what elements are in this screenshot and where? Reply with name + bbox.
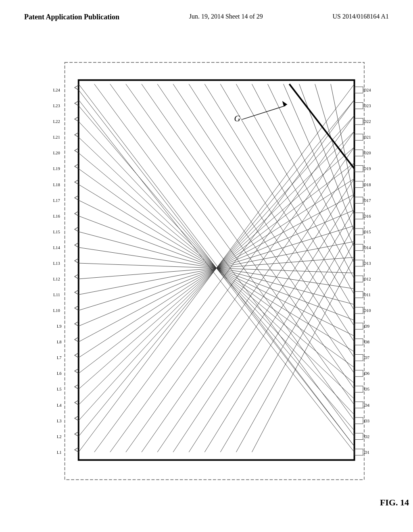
publication-title: Patent Application Publication [24, 12, 119, 22]
svg-line-27 [79, 100, 355, 452]
left-label-l22: L22 [53, 119, 60, 124]
svg-rect-66 [355, 323, 363, 329]
right-label-d5: D5 [364, 387, 369, 391]
svg-line-47 [142, 147, 355, 452]
right-label-d12: D12 [363, 276, 371, 281]
right-label-d16: D16 [363, 214, 371, 218]
right-label-d10: D10 [363, 308, 371, 313]
publication-number: US 2014/0168164 A1 [332, 12, 389, 21]
svg-rect-71 [355, 244, 363, 251]
svg-rect-74 [355, 197, 363, 204]
left-label-l6: L6 [57, 371, 62, 376]
svg-rect-78 [355, 134, 363, 141]
right-label-d17: D17 [363, 198, 371, 203]
right-label-d4: D4 [364, 403, 370, 407]
svg-rect-69 [355, 276, 363, 282]
svg-rect-72 [355, 229, 363, 235]
svg-rect-65 [355, 339, 363, 345]
right-label-d1: D1 [364, 450, 369, 455]
left-label-l21: L21 [53, 135, 60, 139]
left-label-l11: L11 [53, 292, 60, 297]
right-label-d8: D8 [364, 339, 369, 344]
left-label-l2: L2 [57, 434, 62, 439]
svg-line-39 [268, 84, 355, 263]
right-label-d2: D2 [364, 434, 369, 439]
svg-rect-81 [355, 87, 363, 93]
svg-line-44 [94, 100, 355, 452]
left-label-l5: L5 [57, 387, 62, 391]
left-label-l14: L14 [53, 245, 60, 250]
right-label-d22: D22 [363, 119, 371, 124]
svg-rect-79 [355, 118, 363, 125]
svg-rect-62 [355, 386, 363, 393]
left-label-l16: L16 [53, 214, 60, 218]
svg-rect-76 [355, 166, 363, 172]
right-label-d7: D7 [364, 355, 370, 360]
svg-line-53 [236, 241, 354, 452]
svg-line-30 [126, 84, 355, 405]
right-label-d6: D6 [364, 371, 370, 376]
svg-rect-68 [355, 291, 363, 298]
svg-line-40 [284, 84, 355, 247]
left-label-l9: L9 [57, 324, 62, 328]
page-header: Patent Application Publication Jun. 19, … [0, 0, 413, 22]
right-label-d20: D20 [363, 150, 371, 155]
right-label-d19: D19 [363, 166, 371, 171]
right-label-d15: D15 [363, 229, 371, 234]
svg-rect-1 [79, 80, 355, 460]
left-label-l20: L20 [53, 150, 60, 155]
left-label-l1: L1 [57, 450, 62, 455]
svg-rect-67 [355, 307, 363, 314]
svg-rect-61 [355, 402, 363, 408]
left-label-l19: L19 [53, 166, 60, 171]
right-label-d24: D24 [363, 87, 371, 92]
svg-rect-60 [355, 418, 363, 424]
svg-rect-64 [355, 355, 363, 361]
svg-line-38 [252, 84, 355, 279]
left-label-l23: L23 [53, 103, 60, 108]
svg-line-52 [220, 226, 354, 452]
left-label-l15: L15 [53, 229, 60, 234]
svg-rect-80 [355, 102, 363, 109]
figure-label: FIG. 14 [380, 497, 409, 508]
svg-line-32 [157, 84, 354, 373]
right-label-d11: D11 [363, 292, 371, 297]
right-label-d18: D18 [363, 182, 371, 187]
right-label-d13: D13 [363, 261, 371, 266]
figure-diagram: G L1 L2 L3 L4 L5 L6 L7 [24, 58, 397, 484]
publication-date-sheet: Jun. 19, 2014 Sheet 14 of 29 [189, 12, 263, 21]
left-label-l3: L3 [57, 418, 62, 423]
svg-rect-63 [355, 370, 363, 377]
svg-marker-57 [282, 101, 288, 107]
svg-rect-75 [355, 181, 363, 188]
right-label-d9: D9 [364, 324, 369, 328]
g-label: G [234, 114, 241, 123]
svg-line-45 [110, 116, 355, 452]
svg-line-25 [79, 90, 355, 446]
right-label-d21: D21 [363, 135, 371, 139]
svg-line-56 [242, 106, 285, 119]
right-label-d3: D3 [364, 418, 369, 423]
svg-line-26 [79, 84, 355, 446]
right-label-d14: D14 [363, 245, 371, 250]
left-label-l17: L17 [53, 198, 60, 203]
svg-rect-73 [355, 213, 363, 219]
left-label-l13: L13 [53, 261, 60, 266]
svg-rect-77 [355, 150, 363, 156]
left-label-l8: L8 [57, 339, 62, 344]
left-label-l10: L10 [53, 308, 60, 313]
svg-rect-70 [355, 260, 363, 266]
svg-line-36 [220, 84, 354, 310]
diagram-svg: G L1 L2 L3 L4 L5 L6 L7 [24, 58, 397, 484]
svg-line-31 [142, 84, 355, 389]
svg-rect-59 [355, 433, 363, 440]
left-label-l7: L7 [57, 355, 62, 360]
left-label-l18: L18 [53, 182, 60, 187]
svg-line-51 [204, 210, 354, 452]
svg-line-29 [110, 84, 355, 420]
left-label-l24: L24 [53, 87, 60, 92]
svg-rect-58 [355, 449, 363, 455]
right-label-d23: D23 [363, 103, 371, 108]
left-label-l12: L12 [53, 276, 60, 281]
svg-line-54 [252, 257, 355, 452]
